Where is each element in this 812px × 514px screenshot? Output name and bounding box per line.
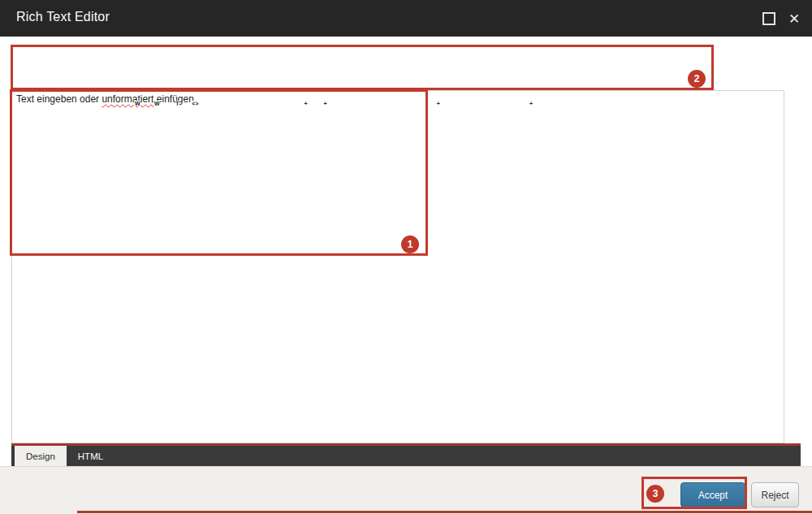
tab-design-label: Design (26, 451, 55, 461)
tab-design[interactable]: Design (15, 446, 67, 466)
paste-as-html-overlay: <> (192, 101, 199, 106)
maximize-icon (762, 12, 775, 25)
editor-misspelled-word: unformatiert (102, 93, 153, 105)
insert-link-overlay: + (304, 101, 308, 106)
tab-html[interactable]: HTML (67, 446, 114, 466)
image-manager-overlay: + (323, 101, 327, 106)
close-icon: ✕ (788, 11, 800, 26)
reject-button-label: Reject (761, 490, 788, 501)
insert-paragraph-overlay: + (436, 101, 440, 106)
paste-from-word-clean-overlay: W (153, 101, 160, 106)
mode-tabstrip: Design HTML (11, 443, 801, 466)
insert-form-element-overlay: + (529, 101, 533, 106)
paste-from-word-overlay: W (134, 101, 140, 106)
accept-button-label: Accept (698, 490, 728, 501)
editor-canvas[interactable]: Text eingeben oder unformatiert einfügen (11, 90, 784, 443)
maximize-button[interactable] (762, 11, 776, 26)
dialog-title: Rich Text Editor (16, 10, 110, 24)
close-button[interactable]: ✕ (787, 11, 801, 26)
dialog-titlebar: Rich Text Editor ✕ (0, 0, 812, 37)
editor-text: Text eingeben oder (16, 93, 102, 105)
tab-html-label: HTML (78, 451, 103, 461)
dialog-footer: Accept Reject (0, 466, 812, 514)
paste-plain-text-overlay: T (175, 101, 179, 106)
accept-button[interactable]: Accept (680, 482, 745, 508)
toolbar: ✂WWT<>▾↺▾↻▾++▦▾▥▾¶+▣Ω▾+▾▶ƒ BIUabcx₂x²A▾▾… (0, 37, 812, 90)
reject-button[interactable]: Reject (751, 482, 799, 508)
